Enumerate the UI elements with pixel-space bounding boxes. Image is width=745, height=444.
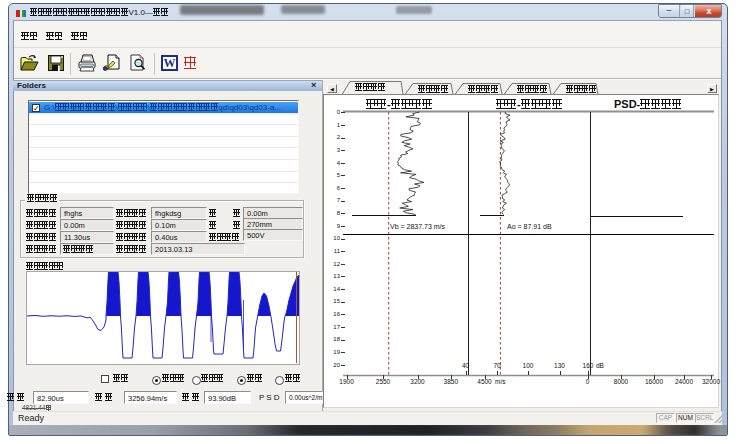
svg-text:W: W xyxy=(164,56,176,70)
